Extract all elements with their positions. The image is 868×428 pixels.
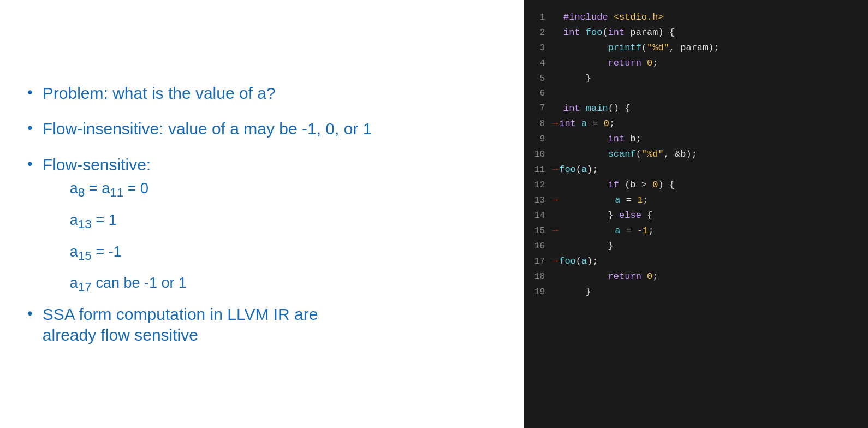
- bullet-3: • Flow-sensitive: a8 = a11 = 0 a13 = 1 a…: [27, 154, 497, 300]
- line-num-5: 5: [530, 72, 545, 86]
- code-line-5: 5 }: [530, 71, 863, 86]
- sub-item-3-2: a13 = 1: [70, 211, 187, 233]
- code-content-12: if (b > 0) {: [563, 177, 675, 193]
- code-content-10: scanf("%d", &b);: [563, 147, 697, 162]
- line-num-2: 2: [530, 26, 545, 40]
- bullet-text-2: Flow-insensitive: value of a may be -1, …: [43, 118, 372, 139]
- bullet-1: • Problem: what is the value of a?: [27, 83, 497, 104]
- code-line-2: 2 int foo(int param) {: [530, 25, 863, 40]
- bullet-text-4: SSA form computation in LLVM IR arealrea…: [43, 304, 318, 345]
- code-content-16: }: [563, 239, 614, 254]
- code-content-17: foo(a);: [559, 254, 598, 269]
- left-panel: • Problem: what is the value of a? • Flo…: [0, 0, 524, 428]
- code-line-7: 7 int main() {: [530, 101, 863, 116]
- arrow-8: →: [552, 116, 558, 132]
- code-content-19: }: [563, 284, 591, 300]
- arrow-17: →: [552, 254, 558, 269]
- code-content-8: int a = 0;: [559, 116, 615, 132]
- code-line-12: 12 if (b > 0) {: [530, 177, 863, 193]
- code-line-13: 13 → a = 1;: [530, 193, 863, 208]
- code-content-4: return 0;: [563, 56, 658, 71]
- code-line-18: 18 return 0;: [530, 269, 863, 284]
- bullet-dot-2: •: [27, 118, 33, 137]
- bullet-2: • Flow-insensitive: value of a may be -1…: [27, 118, 497, 139]
- code-line-15: 15 → a = -1;: [530, 223, 863, 239]
- code-panel: 1 #include <stdio.h> 2 int foo(int param…: [524, 0, 868, 428]
- code-block: 1 #include <stdio.h> 2 int foo(int param…: [524, 0, 868, 428]
- code-content-18: return 0;: [563, 269, 658, 284]
- code-line-11: 11 → foo(a);: [530, 162, 863, 177]
- bullet-dot-1: •: [27, 83, 33, 102]
- code-content-11: foo(a);: [559, 162, 598, 177]
- code-content-3: printf("%d", param);: [563, 40, 720, 56]
- bullet-4: • SSA form computation in LLVM IR arealr…: [27, 304, 497, 345]
- code-content-2: int foo(int param) {: [563, 25, 675, 40]
- line-num-11: 11: [530, 163, 545, 177]
- code-content-15: a = -1;: [559, 223, 653, 239]
- code-line-4: 4 return 0;: [530, 56, 863, 71]
- bullet-text-3: Flow-sensitive:: [43, 156, 151, 174]
- code-content-7: int main() {: [563, 101, 630, 116]
- arrow-11: →: [552, 162, 558, 177]
- arrow-15: →: [552, 223, 558, 239]
- line-num-18: 18: [530, 270, 545, 284]
- code-line-9: 9 int b;: [530, 132, 863, 147]
- bullet-dot-4: •: [27, 304, 33, 323]
- code-line-19: 19 }: [530, 284, 863, 300]
- line-num-10: 10: [530, 147, 545, 162]
- bullet-dot-3: •: [27, 154, 33, 173]
- line-num-9: 9: [530, 132, 545, 146]
- line-num-4: 4: [530, 56, 545, 70]
- code-line-16: 16 }: [530, 239, 863, 254]
- code-line-6: 6: [530, 86, 863, 100]
- sub-items-3: a8 = a11 = 0 a13 = 1 a15 = -1 a17 can be…: [70, 179, 187, 295]
- line-num-7: 7: [530, 101, 545, 115]
- line-num-14: 14: [530, 209, 545, 223]
- code-content-9: int b;: [563, 132, 641, 147]
- code-line-1: 1 #include <stdio.h>: [530, 10, 863, 25]
- code-line-17: 17 → foo(a);: [530, 254, 863, 269]
- sub-item-3-3: a15 = -1: [70, 242, 187, 264]
- arrow-13: →: [552, 193, 558, 208]
- code-line-8: 8 → int a = 0;: [530, 116, 863, 132]
- line-num-15: 15: [530, 224, 545, 238]
- code-line-10: 10 scanf("%d", &b);: [530, 147, 863, 162]
- line-num-6: 6: [530, 86, 545, 100]
- line-num-8: 8: [530, 117, 545, 131]
- sub-item-3-1: a8 = a11 = 0: [70, 179, 187, 201]
- line-num-17: 17: [530, 254, 545, 269]
- line-num-19: 19: [530, 285, 545, 299]
- line-num-13: 13: [530, 193, 545, 207]
- code-content-1: #include <stdio.h>: [563, 10, 664, 25]
- code-content-14: } else {: [563, 208, 652, 223]
- code-line-3: 3 printf("%d", param);: [530, 40, 863, 56]
- code-content-5: }: [563, 71, 591, 86]
- sub-item-3-4: a17 can be -1 or 1: [70, 274, 187, 295]
- code-line-14: 14 } else {: [530, 208, 863, 223]
- line-num-16: 16: [530, 239, 545, 253]
- line-num-3: 3: [530, 41, 545, 55]
- code-content-13: a = 1;: [559, 193, 648, 208]
- line-num-12: 12: [530, 178, 545, 192]
- line-num-1: 1: [530, 10, 545, 25]
- bullet-text-1: Problem: what is the value of a?: [43, 83, 276, 104]
